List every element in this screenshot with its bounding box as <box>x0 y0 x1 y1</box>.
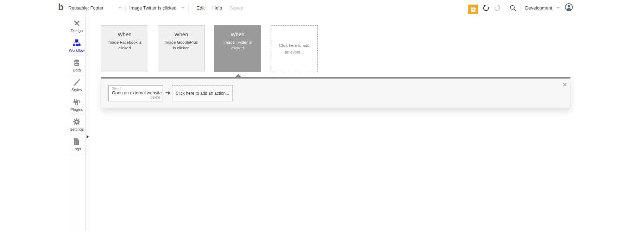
sidebar-item-label: Logs <box>72 147 81 151</box>
add-action-label: Click here to add an action... <box>176 91 229 96</box>
settings-icon <box>73 118 81 126</box>
environment-dropdown-value: Development <box>525 5 552 11</box>
bubble-workflow-editor: b Reusable: Footer Image Twitter is clic… <box>0 0 644 231</box>
top-bar: b Reusable: Footer Image Twitter is clic… <box>55 0 574 16</box>
sidebar-item-design[interactable]: Design <box>68 16 85 36</box>
step-action-title: Open an external website <box>109 90 163 95</box>
event-subtitle: Image GooglePlus is clicked <box>158 40 204 51</box>
action-panel: Step 1 Open an external website delete C… <box>101 77 570 108</box>
sidebar-item-label: Data <box>72 68 81 72</box>
plugins-icon <box>73 98 81 106</box>
event-card-twitter-selected[interactable]: When Image Twitter is clicked <box>214 25 261 72</box>
arrow-right-icon <box>165 90 171 96</box>
event-subtitle: Image Twitter is clicked <box>214 40 261 51</box>
panel-caret-icon <box>235 74 241 77</box>
event-subtitle: Image Facebook is clicked <box>101 40 148 51</box>
chevron-down-icon <box>556 7 560 9</box>
sidebar-item-data[interactable]: Data <box>68 56 85 75</box>
data-icon <box>73 59 81 67</box>
logs-icon <box>73 138 80 145</box>
element-dropdown[interactable]: Image Twitter is clicked <box>126 0 188 16</box>
search-icon <box>510 5 516 11</box>
edit-menu[interactable]: Edit <box>196 5 204 11</box>
step-delete-link[interactable]: delete <box>109 95 163 99</box>
event-card-facebook[interactable]: When Image Facebook is clicked <box>101 25 148 72</box>
bubble-logo[interactable]: b <box>58 3 63 13</box>
undo-icon <box>482 5 490 12</box>
gift-button[interactable] <box>468 5 478 14</box>
sidebar-expand-handle[interactable] <box>87 135 89 138</box>
chevron-down-icon <box>181 7 185 9</box>
sidebar-item-label: Settings <box>70 127 84 131</box>
sidebar-item-label: Workflow <box>69 48 84 52</box>
workflow-canvas[interactable]: When Image Facebook is clicked When Imag… <box>90 16 574 231</box>
user-avatar-icon <box>565 3 573 11</box>
add-action-button[interactable]: Click here to add an action... <box>172 85 233 101</box>
event-title: When <box>101 31 148 37</box>
add-event-label: Click here to add an event... <box>271 42 317 55</box>
gift-icon <box>471 7 476 12</box>
add-event-button[interactable]: Click here to add an event... <box>271 25 318 72</box>
step-label: Step 1 <box>109 86 163 90</box>
sidebar-item-logs[interactable]: Logs <box>68 135 85 154</box>
event-card-googleplus[interactable]: When Image GooglePlus is clicked <box>158 25 205 72</box>
sidebar-item-label: Styles <box>71 88 82 92</box>
help-menu[interactable]: Help <box>213 5 222 11</box>
page-dropdown-value: Reusable: Footer <box>68 5 103 11</box>
search-button[interactable] <box>510 5 516 11</box>
sidebar-item-plugins[interactable]: Plugins <box>68 95 85 115</box>
sidebar-item-label: Design <box>71 29 83 33</box>
sidebar-item-label: Plugins <box>70 107 83 112</box>
styles-icon <box>73 79 81 86</box>
event-title: When <box>214 31 261 37</box>
step-1-action-box[interactable]: Step 1 Open an external website delete <box>108 85 163 101</box>
element-dropdown-value: Image Twitter is clicked <box>129 5 176 11</box>
left-tab-bar: Design Workflow <box>68 16 86 231</box>
divider <box>505 3 505 13</box>
panel-close-icon[interactable]: × <box>563 81 567 88</box>
saved-status: Saved <box>230 5 243 11</box>
redo-button[interactable] <box>494 5 501 12</box>
event-title: When <box>158 31 204 37</box>
sidebar-item-styles[interactable]: Styles <box>68 75 85 95</box>
undo-button[interactable] <box>482 5 490 12</box>
sidebar-item-settings[interactable]: Settings <box>68 115 85 135</box>
workflow-icon <box>73 39 81 47</box>
user-avatar[interactable] <box>565 3 573 13</box>
divider <box>188 3 189 13</box>
panel-body: Step 1 Open an external website delete C… <box>101 79 570 108</box>
design-icon <box>73 19 81 27</box>
step-arrow <box>165 90 171 97</box>
environment-dropdown[interactable]: Development <box>521 0 562 16</box>
page-dropdown[interactable]: Reusable: Footer <box>65 0 125 16</box>
redo-icon <box>494 5 501 12</box>
sidebar-item-workflow[interactable]: Workflow <box>68 36 85 56</box>
chevron-down-icon <box>118 7 122 9</box>
